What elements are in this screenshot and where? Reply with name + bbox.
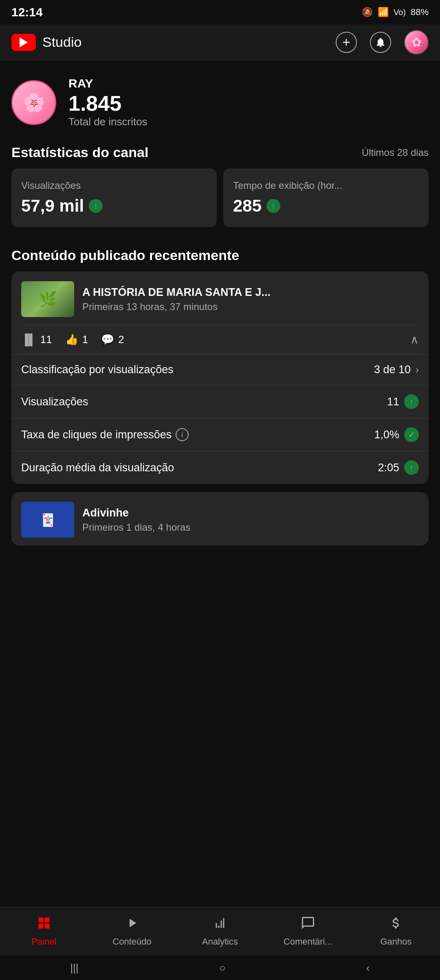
youtube-logo-icon (11, 34, 36, 51)
painel-icon (37, 916, 51, 934)
nav-item-painel[interactable]: Painel (0, 907, 88, 956)
expand-icon[interactable]: ∧ (410, 333, 419, 346)
stat-likes-count: 1 (82, 333, 88, 346)
rank-value-area: 3 de 10 › (374, 363, 419, 376)
channel-name: RAY (68, 77, 429, 90)
comment-icon: 💬 (101, 333, 114, 346)
stats-cards: Visualizações 57,9 mil ↑ Tempo de exibiç… (0, 168, 440, 243)
top-nav: Studio (0, 24, 440, 60)
video-thumb-1: 🌿 (21, 281, 74, 317)
status-icons: 🔕 📶 Vo) 88% (362, 7, 429, 18)
avg-duration-value: 2:05 (378, 462, 399, 474)
views-detail-row[interactable]: Visualizações 11 ↑ (11, 385, 429, 418)
watch-time-up-icon: ↑ (266, 199, 280, 213)
rank-row[interactable]: Classificação por visualizações 3 de 10 … (11, 354, 429, 385)
user-avatar[interactable] (404, 30, 429, 55)
analytics-label: Analytics (202, 936, 238, 947)
ctr-info-icon[interactable]: i (176, 428, 189, 441)
video-thumb-inner-1: 🌿 (21, 281, 74, 317)
recent-apps-button[interactable]: ||| (70, 962, 79, 974)
watch-time-value: 285 (233, 196, 262, 216)
video-card-1: 🌿 A HISTÓRIA DE MARIA SANTA E J... Prime… (11, 271, 429, 484)
notification-icon: 🔕 (362, 7, 373, 18)
rank-value: 3 de 10 (374, 363, 411, 376)
subscriber-count: 1.845 (68, 93, 429, 114)
add-button[interactable] (336, 32, 357, 53)
status-bar: 12:14 🔕 📶 Vo) 88% (0, 0, 440, 24)
rank-label: Classificação por visualizações (21, 363, 174, 376)
video-title-1: A HISTÓRIA DE MARIA SANTA E J... (82, 286, 419, 299)
video-title-2: Adivinhe (82, 507, 419, 519)
video-info-row-1: 🌿 A HISTÓRIA DE MARIA SANTA E J... Prime… (11, 271, 429, 325)
views-value: 57,9 mil (21, 196, 84, 216)
video-stats-row-1: ▐▌ 11 👍 1 💬 2 ∧ (11, 326, 429, 354)
nav-item-conteudo[interactable]: Conteúdo (88, 907, 176, 956)
stat-views-count: 11 (40, 333, 52, 346)
notifications-button[interactable] (370, 32, 391, 53)
avg-duration-label: Duração média da visualização (21, 462, 174, 474)
views-detail-value-area: 11 ↑ (387, 394, 419, 409)
app-title: Studio (42, 34, 81, 50)
video-time-2: Primeiros 1 dias, 4 horas (82, 522, 419, 533)
ctr-value-area: 1,0% ✓ (374, 427, 419, 442)
stat-likes-icon: 👍 1 (65, 333, 88, 346)
views-up-icon: ↑ (89, 199, 103, 213)
video-text-2: Adivinhe Primeiros 1 dias, 4 horas (82, 507, 419, 533)
nav-item-comentarios[interactable]: Comentári... (264, 907, 352, 956)
bar-chart-icon: ▐▌ (21, 333, 36, 346)
system-bar: ||| ○ ‹ (0, 956, 440, 980)
back-button[interactable]: ‹ (366, 962, 370, 974)
subscriber-label: Total de inscritos (68, 116, 429, 128)
conteudo-label: Conteúdo (112, 936, 151, 947)
video-text-1: A HISTÓRIA DE MARIA SANTA E J... Primeir… (82, 286, 419, 313)
wifi-icon: 📶 (378, 7, 389, 18)
video-time-1: Primeiras 13 horas, 37 minutos (82, 301, 419, 313)
recent-content-title: Conteúdo publicado recentemente (0, 243, 440, 271)
logo-area: Studio (11, 34, 81, 51)
watch-time-value-row: 285 ↑ (233, 196, 419, 216)
views-card[interactable]: Visualizações 57,9 mil ↑ (11, 168, 217, 227)
ctr-value: 1,0% (374, 429, 399, 441)
ganhos-label: Ganhos (380, 936, 411, 947)
views-detail-label: Visualizações (21, 396, 88, 408)
stat-comments-count: 2 (118, 333, 124, 346)
avg-duration-value-area: 2:05 ↑ (378, 460, 419, 475)
channel-stats-header: Estatísticas do canal Últimos 28 dias (0, 140, 440, 168)
stat-views-icon: ▐▌ 11 (21, 333, 52, 346)
bottom-nav: Painel Conteúdo Analytics Comentári... (0, 907, 440, 956)
rank-chevron-icon: › (416, 364, 419, 376)
views-label: Visualizações (21, 180, 207, 191)
ctr-check-icon: ✓ (404, 427, 419, 442)
thumbs-up-icon: 👍 (65, 333, 78, 346)
home-button[interactable]: ○ (219, 962, 226, 974)
views-up-arrow-icon: ↑ (404, 394, 419, 409)
nav-item-analytics[interactable]: Analytics (176, 907, 264, 956)
video-thumb-2: 🃏 (21, 502, 74, 538)
conteudo-icon (125, 916, 139, 934)
painel-label: Painel (31, 936, 56, 947)
video-info-row-2: 🃏 Adivinhe Primeiros 1 dias, 4 horas (11, 492, 429, 546)
battery-icon: 88% (411, 7, 429, 18)
signal-icon: Vo) (394, 8, 406, 17)
comentarios-icon (301, 916, 315, 934)
channel-stats-period: Últimos 28 dias (362, 147, 429, 158)
channel-avatar: 🌸 (11, 80, 56, 125)
stat-comments-icon: 💬 2 (101, 333, 124, 346)
watch-time-card[interactable]: Tempo de exibição (hor... 285 ↑ (223, 168, 429, 227)
ctr-label: Taxa de cliques de impressões i (21, 428, 189, 441)
views-detail-value: 11 (387, 396, 399, 408)
views-value-row: 57,9 mil ↑ (21, 196, 207, 216)
main-content: 🌸 RAY 1.845 Total de inscritos Estatísti… (0, 60, 440, 635)
nav-actions (336, 30, 429, 55)
ctr-row[interactable]: Taxa de cliques de impressões i 1,0% ✓ (11, 418, 429, 451)
channel-details: RAY 1.845 Total de inscritos (68, 77, 429, 128)
avg-duration-up-icon: ↑ (404, 460, 419, 475)
analytics-icon (213, 916, 227, 934)
ganhos-icon (389, 916, 403, 934)
channel-stats-title: Estatísticas do canal (11, 144, 148, 160)
avg-duration-row[interactable]: Duração média da visualização 2:05 ↑ (11, 451, 429, 484)
watch-time-label: Tempo de exibição (hor... (233, 180, 419, 191)
nav-item-ganhos[interactable]: Ganhos (352, 907, 440, 956)
video-card-2: 🃏 Adivinhe Primeiros 1 dias, 4 horas (11, 492, 429, 546)
channel-info: 🌸 RAY 1.845 Total de inscritos (0, 60, 440, 140)
